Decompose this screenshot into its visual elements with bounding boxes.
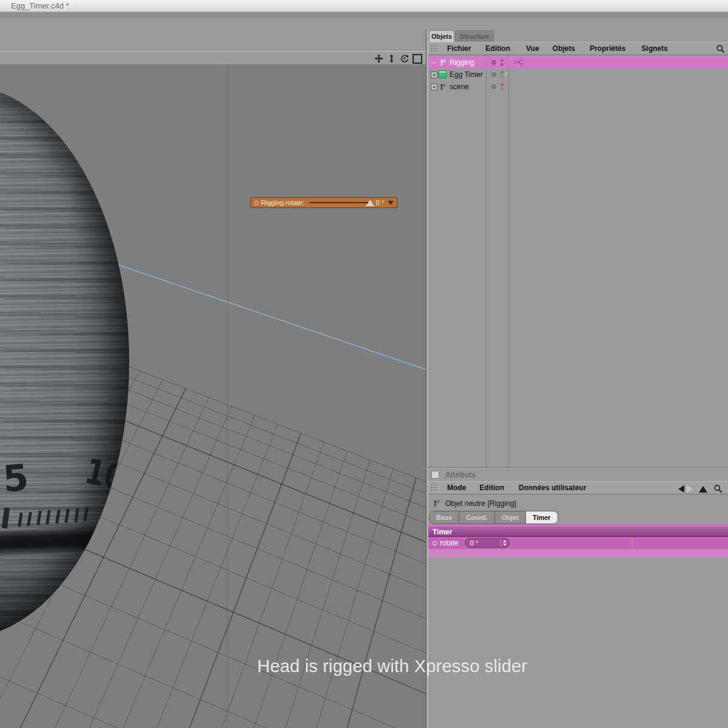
dolly-icon[interactable] <box>387 54 396 63</box>
keyframe-tick <box>632 538 633 548</box>
objects-menu-bar: Fichier Edition Vue Objets Propriétés Si… <box>428 42 728 55</box>
render-visibility-dot[interactable] <box>500 63 504 66</box>
selected-object-name: Objet neutre [Rigging] <box>445 499 516 508</box>
svg-text:0: 0 <box>437 499 439 504</box>
viewport-header <box>0 51 426 64</box>
null-object-icon: 0 <box>431 498 440 508</box>
tab-base[interactable]: Base <box>430 511 459 524</box>
attributes-menu-bar: Mode Edition Données utilisateur <box>428 481 728 494</box>
editor-visibility-dot[interactable] <box>500 59 504 62</box>
menu-objets[interactable]: Objets <box>553 44 575 53</box>
null-object-icon: 0 <box>438 58 447 67</box>
search-icon[interactable] <box>716 44 726 54</box>
history-back-icon[interactable] <box>678 485 684 493</box>
section-footer-row <box>428 549 728 558</box>
enabled-check-icon[interactable]: ✓ <box>504 70 509 78</box>
viewport-canvas[interactable]: 5 10 Rigging.rotate: 0 ° <box>0 64 426 728</box>
expand-icon[interactable] <box>431 72 437 78</box>
object-label[interactable]: Egg Timer <box>450 70 483 79</box>
tree-branch-line <box>431 62 437 63</box>
tab-objets[interactable]: Objets <box>429 30 454 42</box>
selected-object-header: 0 Objet neutre [Rigging] <box>428 497 728 510</box>
svg-text:0: 0 <box>443 83 446 87</box>
tree-row-rigging[interactable]: 0 Rigging <box>428 56 728 69</box>
attributes-title-bar: Attributs <box>428 469 728 481</box>
object-tree: 0 Rigging Egg Timer <box>428 55 728 467</box>
null-object-icon: 0 <box>438 82 447 92</box>
editor-visibility-dot[interactable] <box>500 83 504 86</box>
hud-slider-track[interactable] <box>309 202 369 203</box>
lock-checkbox[interactable] <box>431 471 439 479</box>
object-label[interactable]: Rigging <box>450 58 474 67</box>
panel-grip-icon[interactable] <box>431 484 439 492</box>
rotate-parameter-row: rotate 0 ° <box>428 537 728 549</box>
expand-icon[interactable] <box>431 84 437 90</box>
tab-objet[interactable]: Objet <box>494 511 525 524</box>
layer-dot[interactable] <box>491 72 496 77</box>
spin-down-icon[interactable] <box>503 544 507 546</box>
search-icon[interactable] <box>713 484 723 494</box>
menu-mode[interactable]: Mode <box>447 484 466 492</box>
panel-grip-icon[interactable] <box>431 45 439 53</box>
title-bar: Egg_Timer.c4d * <box>0 0 728 12</box>
spin-up-icon[interactable] <box>503 540 507 542</box>
rotate-value-field[interactable]: 0 ° <box>465 538 510 548</box>
section-header[interactable]: Timer <box>428 526 728 537</box>
caption-text: Head is rigged with Xpresso slider <box>257 656 527 676</box>
window-title: Egg_Timer.c4d * <box>11 1 69 10</box>
rotate-label: rotate <box>440 539 459 547</box>
menu-edition[interactable]: Edition <box>485 44 510 53</box>
timer-section: Timer rotate 0 ° <box>428 524 728 558</box>
tab-structure[interactable]: Structure <box>455 30 494 42</box>
hud-keyframe-dot[interactable] <box>254 201 258 205</box>
xpresso-tag-icon[interactable] <box>513 58 524 67</box>
toolbar-strip <box>0 12 728 18</box>
move-icon[interactable] <box>374 54 383 63</box>
menu-proprietes[interactable]: Propriétés <box>590 44 625 53</box>
tree-row-scene[interactable]: 0 scene <box>428 81 728 93</box>
polygon-object-icon <box>439 70 447 78</box>
value-spinner[interactable] <box>500 539 509 547</box>
layer-dot[interactable] <box>491 84 496 89</box>
menu-edition[interactable]: Edition <box>479 484 504 492</box>
animation-dot-icon[interactable] <box>433 541 437 545</box>
tab-coord[interactable]: Coord. <box>459 511 494 524</box>
menu-signets[interactable]: Signets <box>641 44 667 53</box>
menu-vue[interactable]: Vue <box>526 44 539 53</box>
menu-donnees-utilisateur[interactable]: Données utilisateur <box>519 484 586 492</box>
menu-fichier[interactable]: Fichier <box>447 44 471 53</box>
hud-slider-value: 0 ° <box>376 199 384 206</box>
svg-text:0: 0 <box>443 59 446 63</box>
object-label[interactable]: scene <box>450 83 469 91</box>
layer-dot[interactable] <box>491 60 496 65</box>
tree-column-divider <box>486 55 487 467</box>
rotate-value[interactable]: 0 ° <box>465 539 500 547</box>
hud-dropdown-icon[interactable] <box>388 201 394 205</box>
hud-slider-label: Rigging.rotate: <box>261 199 305 206</box>
history-forward-icon[interactable] <box>687 485 693 493</box>
parent-up-icon[interactable] <box>699 486 707 493</box>
cinema4d-window: Egg_Timer.c4d * 5 10 <box>0 0 728 728</box>
rotate-icon[interactable] <box>400 54 409 63</box>
hud-rotate-slider[interactable]: Rigging.rotate: 0 ° <box>251 197 397 208</box>
tree-column-divider <box>508 55 509 467</box>
attributes-title: Attributs <box>445 471 476 479</box>
tab-timer[interactable]: Timer <box>525 511 558 524</box>
tree-row-egg-timer[interactable]: Egg Timer ✓ <box>428 69 728 81</box>
render-visibility-dot[interactable] <box>500 87 504 90</box>
maximize-icon[interactable] <box>413 54 422 64</box>
attribute-tabs: Base Coord. Objet Timer <box>429 511 558 524</box>
